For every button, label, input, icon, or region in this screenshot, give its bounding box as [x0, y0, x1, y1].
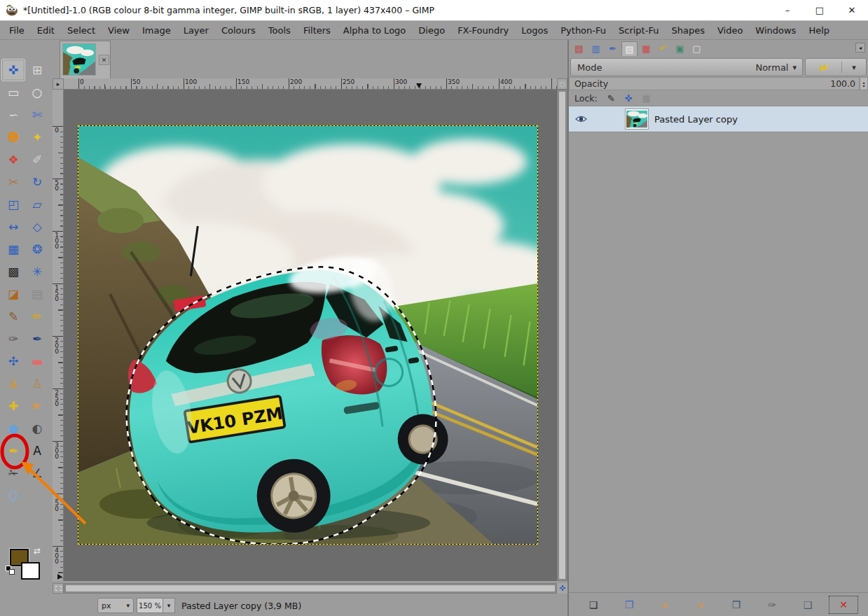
heal-tool[interactable]: ✚ — [1, 395, 25, 417]
swap-colors-icon[interactable]: ⇄ — [34, 546, 41, 556]
warp-transform-tool[interactable]: ✳ — [25, 260, 49, 283]
rectangle-select-tool[interactable]: ▭ — [1, 81, 25, 104]
text-tool[interactable]: A — [25, 440, 49, 462]
pencil-tool[interactable]: ✏ — [25, 305, 49, 328]
free-select-tool[interactable]: ∽ — [1, 104, 25, 126]
crop-tool[interactable]: ✂ — [1, 171, 25, 193]
fuzzy-select-tool[interactable]: ✦ — [25, 126, 49, 148]
select-by-colour-tool[interactable]: ❖ — [1, 148, 25, 171]
paths-tool[interactable]: ✒ — [1, 440, 25, 462]
raise-layer-button[interactable]: ∧ — [650, 596, 680, 614]
measure-tool[interactable]: ∠ — [25, 462, 49, 484]
canvas-image[interactable]: VK10 PZM — [78, 126, 537, 544]
tab-paths-dialog[interactable]: ✒ — [605, 41, 621, 56]
cage-transform-tool[interactable]: ▩ — [1, 260, 25, 283]
menu-item[interactable]: File — [3, 21, 31, 39]
tab-layers-active[interactable]: ▤ — [621, 41, 638, 56]
shear-tool[interactable]: ▱ — [25, 193, 49, 216]
gradient-tool[interactable]: ▤ — [25, 283, 49, 305]
clone-tool[interactable]: ♟ — [1, 372, 25, 395]
new-group-button[interactable]: ❒ — [614, 596, 644, 614]
horizontal-scrollbar-thumb[interactable] — [65, 584, 556, 592]
ruler-origin-button[interactable]: ▸ — [53, 78, 64, 90]
dodge-burn-tool[interactable]: ◐ — [25, 417, 49, 440]
spin-down-icon[interactable]: ▾ — [862, 84, 864, 88]
minimize-button[interactable]: – — [771, 0, 804, 20]
horizontal-ruler[interactable]: 050100150200250300350400 — [64, 78, 557, 90]
lock-alpha-icon[interactable]: ▦ — [642, 93, 651, 104]
menu-item[interactable]: Help — [802, 21, 836, 39]
tab-selection-editor[interactable]: ▦ — [638, 41, 654, 56]
navigation-button[interactable]: ✜ — [557, 583, 567, 594]
dock-menu-button[interactable]: ◂ — [855, 43, 865, 52]
menu-item[interactable]: Video — [711, 21, 749, 39]
zoom-input[interactable]: 150 % — [137, 598, 163, 613]
scale-tool[interactable]: ◰ — [1, 193, 25, 216]
alignment-tool[interactable]: ⊞ — [25, 59, 49, 81]
vertical-ruler[interactable]: 050100150200250300350400 — [53, 90, 64, 581]
background-color-swatch[interactable] — [21, 562, 40, 580]
delete-layer-button[interactable]: ✕ — [829, 596, 858, 614]
layer-mode-selector[interactable]: Mode Normal ▾ — [570, 58, 803, 76]
menu-item[interactable]: Filters — [297, 21, 337, 39]
ellipse-select-tool[interactable]: ○ — [25, 81, 49, 104]
menu-item[interactable]: View — [102, 21, 136, 39]
maximize-button[interactable]: □ — [804, 0, 836, 20]
tab-close-icon[interactable]: ✕ — [99, 55, 109, 65]
perspective-tool[interactable]: ◇ — [25, 216, 49, 238]
scissors-select-tool[interactable]: ✄ — [25, 104, 49, 126]
menu-item[interactable]: Windows — [749, 21, 802, 39]
zoom-follow-button[interactable]: ◌ — [557, 78, 567, 90]
menu-item[interactable]: Diego — [412, 21, 451, 39]
menu-item[interactable]: Colours — [215, 21, 262, 39]
menu-item[interactable]: Python-Fu — [554, 21, 612, 39]
menu-item[interactable]: Logos — [515, 21, 554, 39]
perspective-clone-tool[interactable]: ♙ — [25, 372, 49, 395]
menu-item[interactable]: Select — [61, 21, 102, 39]
zoom-dropdown-icon[interactable]: ▾ — [163, 598, 175, 613]
flip-tool[interactable]: ↔ — [1, 216, 25, 238]
merge-down-button[interactable]: ❑ — [793, 596, 822, 614]
bucket-fill-tool[interactable]: ◪ — [1, 283, 25, 305]
tab-image-preview[interactable]: ▣ — [672, 41, 688, 56]
zoom-tool[interactable]: Ϙ — [1, 484, 25, 507]
vertical-scrollbar[interactable] — [557, 90, 567, 581]
eraser-tool[interactable]: ▬ — [25, 350, 49, 372]
blur-sharpen-tool[interactable]: ● — [1, 417, 25, 440]
opacity-slider[interactable]: Opacity 100.0 — [569, 77, 860, 90]
menu-item[interactable]: Edit — [31, 21, 61, 39]
menu-item[interactable]: Alpha to Logo — [337, 21, 412, 39]
menu-item[interactable]: Script-Fu — [612, 21, 665, 39]
close-button[interactable]: ✕ — [836, 0, 868, 20]
mode-switch-button[interactable]: ⇄ ▾ — [805, 58, 867, 76]
rotate-tool[interactable]: ↻ — [25, 171, 49, 193]
anchor-layer-button[interactable]: ✑ — [757, 596, 787, 614]
default-colors-icon[interactable] — [6, 566, 15, 575]
lock-paint-icon[interactable]: ✎ — [607, 93, 615, 104]
tab-channels-dialog[interactable]: ▥ — [588, 41, 604, 56]
duplicate-layer-button[interactable]: ❐ — [722, 596, 751, 614]
horizontal-scrollbar[interactable] — [64, 583, 557, 594]
smudge-tool[interactable]: ☛ — [25, 395, 49, 417]
opacity-spinner[interactable]: ▴ ▾ — [860, 77, 868, 90]
menu-item[interactable]: Layer — [177, 21, 215, 39]
canvas-viewport[interactable]: VK10 PZM — [64, 90, 557, 581]
mypaint-brush-tool[interactable]: ✣ — [1, 350, 25, 372]
airbrush-tool[interactable]: ✑ — [1, 328, 25, 350]
move-tool[interactable]: ✜ — [1, 59, 25, 81]
lower-layer-button[interactable]: ∨ — [686, 596, 715, 614]
tab-undo-history[interactable]: ↶ — [655, 41, 671, 56]
new-layer-button[interactable]: ❏ — [579, 596, 608, 614]
foreground-select-tool[interactable]: ☻ — [1, 126, 25, 148]
vertical-scrollbar-thumb[interactable] — [558, 91, 566, 580]
tab-document-history[interactable]: ▢ — [689, 41, 705, 56]
lock-position-icon[interactable]: ✜ — [625, 93, 633, 104]
menu-item[interactable]: FX-Foundry — [451, 21, 515, 39]
ink-tool[interactable]: ✒ — [25, 328, 49, 350]
visibility-toggle[interactable] — [569, 115, 593, 123]
paintbrush-tool[interactable]: ✎ — [1, 305, 25, 328]
unified-transform-tool[interactable]: ▦ — [1, 238, 25, 260]
menu-item[interactable]: Tools — [262, 21, 297, 39]
colour-picker-tool[interactable]: ✁ — [1, 462, 25, 484]
layer-row[interactable]: Pasted Layer copy — [569, 106, 868, 132]
